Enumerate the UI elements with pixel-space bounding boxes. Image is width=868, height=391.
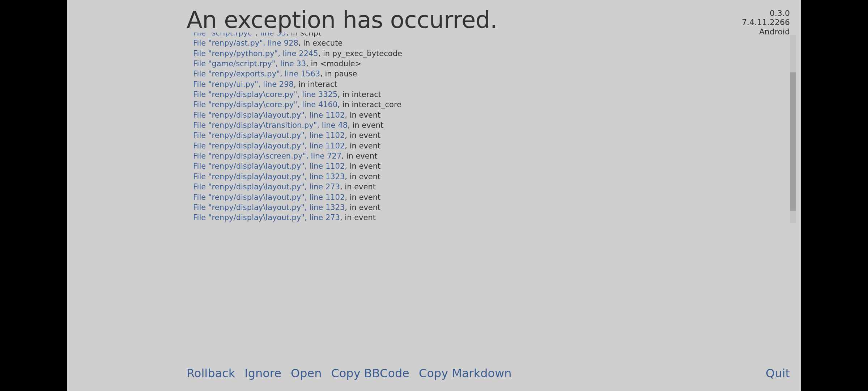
traceback-line: File "renpy/display\layout.py", line 110… <box>187 223 530 224</box>
traceback-line: File "renpy/display\layout.py", line 132… <box>187 202 530 213</box>
traceback-line: File "script.rpyc", line 33, in script <box>187 33 530 38</box>
game-version: 0.3.0 <box>742 9 790 18</box>
traceback-line: File "renpy/python.py", line 2245, in py… <box>187 49 530 59</box>
scrollbar-track-top <box>790 35 796 72</box>
open-button[interactable]: Open <box>291 366 322 380</box>
traceback-line: File "renpy/display\screen.py", line 727… <box>187 151 530 161</box>
traceback-context: , in interact <box>337 90 381 99</box>
traceback-line: File "renpy/display\layout.py", line 110… <box>187 161 530 171</box>
traceback-line: File "renpy/display\layout.py", line 132… <box>187 172 530 182</box>
traceback-line: File "renpy/display\core.py", line 4160,… <box>187 100 530 110</box>
traceback-link[interactable]: File "renpy/exports.py", line 1563 <box>193 70 320 78</box>
traceback-link[interactable]: File "renpy/display\layout.py", line 110… <box>193 162 345 171</box>
traceback-line: File "renpy/ui.py", line 298, in interac… <box>187 79 530 89</box>
traceback-line: File "renpy/display\transition.py", line… <box>187 120 530 130</box>
scrollbar[interactable] <box>790 35 796 223</box>
rollback-button[interactable]: Rollback <box>187 366 235 380</box>
traceback-link[interactable]: File "renpy/display\layout.py", line 273 <box>193 213 340 222</box>
page-title: An exception has occurred. <box>187 7 497 33</box>
traceback-context: , in event <box>345 203 380 212</box>
traceback-context: , in interact_core <box>337 100 401 109</box>
error-screen: An exception has occurred. 0.3.0 7.4.11.… <box>67 0 801 391</box>
traceback-link[interactable]: File "renpy/python.py", line 2245 <box>193 49 318 58</box>
traceback-content: File "script.rpyc", line 33, in scriptFi… <box>187 33 530 224</box>
traceback-context: , in execute <box>298 39 342 47</box>
copy-markdown-button[interactable]: Copy Markdown <box>419 366 512 380</box>
traceback-link[interactable]: File "renpy/display\layout.py", line 110… <box>193 193 345 202</box>
traceback-context: , in event <box>341 152 377 160</box>
traceback-link[interactable]: File "renpy/display\layout.py", line 110… <box>193 224 345 224</box>
traceback-context: , in interact <box>294 80 337 89</box>
traceback-line: File "renpy/ast.py", line 928, in execut… <box>187 38 530 48</box>
traceback-line: File "renpy/display\layout.py", line 110… <box>187 141 530 151</box>
traceback-context: , in event <box>345 142 380 150</box>
platform: Android <box>742 27 790 36</box>
traceback-line: File "renpy/display\layout.py", line 273… <box>187 213 530 223</box>
traceback-context: , in event <box>348 121 383 130</box>
traceback-link[interactable]: File "game/script.rpy", line 33 <box>193 59 306 68</box>
traceback-viewport[interactable]: File "script.rpyc", line 33, in scriptFi… <box>187 33 530 224</box>
traceback-line: File "renpy/display\layout.py", line 110… <box>187 192 530 202</box>
traceback-link[interactable]: File "renpy/display\layout.py", line 110… <box>193 131 345 140</box>
traceback-link[interactable]: File "renpy/display\layout.py", line 273 <box>193 182 340 191</box>
traceback-link[interactable]: File "renpy/display\layout.py", line 132… <box>193 203 345 212</box>
traceback-link[interactable]: File "renpy/display\layout.py", line 132… <box>193 172 345 181</box>
traceback-context: , in event <box>345 224 380 224</box>
traceback-link[interactable]: File "renpy/display\core.py", line 3325 <box>193 90 337 99</box>
ignore-button[interactable]: Ignore <box>244 366 281 380</box>
scrollbar-thumb[interactable] <box>790 72 796 211</box>
traceback-line: File "renpy/display\layout.py", line 110… <box>187 130 530 140</box>
button-bar: Rollback Ignore Open Copy BBCode Copy Ma… <box>187 366 512 380</box>
quit-button[interactable]: Quit <box>766 366 790 380</box>
scrollbar-track-bottom <box>790 211 796 223</box>
copy-bbcode-button[interactable]: Copy BBCode <box>331 366 409 380</box>
traceback-link[interactable]: File "renpy/display\transition.py", line… <box>193 121 348 130</box>
traceback-context: , in py_exec_bytecode <box>318 49 402 58</box>
traceback-context: , in script <box>286 33 322 37</box>
traceback-link[interactable]: File "renpy/display\core.py", line 4160 <box>193 100 337 109</box>
traceback-context: , in event <box>345 111 380 119</box>
version-info: 0.3.0 7.4.11.2266 Android <box>742 9 790 36</box>
traceback-link[interactable]: File "renpy/display\screen.py", line 727 <box>193 152 341 160</box>
traceback-link[interactable]: File "renpy/ast.py", line 928 <box>193 39 298 47</box>
traceback-line: File "renpy/display\layout.py", line 273… <box>187 182 530 192</box>
traceback-context: , in event <box>345 162 380 171</box>
traceback-link[interactable]: File "renpy/ui.py", line 298 <box>193 80 294 89</box>
traceback-context: , in event <box>345 172 380 181</box>
traceback-context: , in event <box>340 182 376 191</box>
traceback-link[interactable]: File "renpy/display\layout.py", line 110… <box>193 142 345 150</box>
traceback-line: File "renpy/display\core.py", line 3325,… <box>187 89 530 100</box>
traceback-context: , in event <box>345 131 380 140</box>
traceback-context: , in <module> <box>306 59 361 68</box>
traceback-context: , in event <box>345 193 380 202</box>
traceback-context: , in pause <box>320 70 357 78</box>
traceback-context: , in event <box>340 213 376 222</box>
traceback-line: File "renpy/exports.py", line 1563, in p… <box>187 69 530 79</box>
traceback-link[interactable]: File "script.rpyc", line 33 <box>193 33 286 37</box>
renpy-version: 7.4.11.2266 <box>742 18 790 27</box>
traceback-line: File "game/script.rpy", line 33, in <mod… <box>187 59 530 69</box>
traceback-line: File "renpy/display\layout.py", line 110… <box>187 110 530 120</box>
traceback-link[interactable]: File "renpy/display\layout.py", line 110… <box>193 111 345 119</box>
